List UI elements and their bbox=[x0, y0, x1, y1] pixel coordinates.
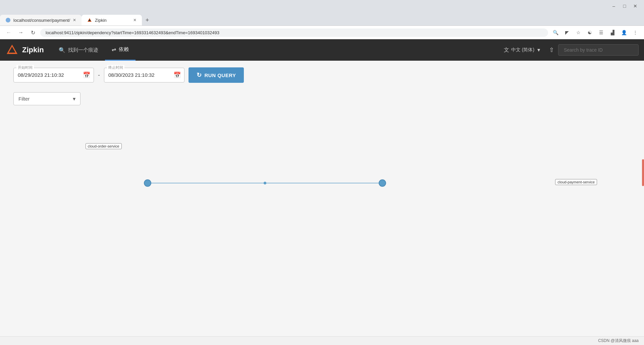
filter-wrapper: Filter ▼ bbox=[13, 92, 80, 105]
tab1-title: localhost/consumer/payment/ bbox=[13, 18, 70, 23]
node2-label: cloud-payment-service bbox=[555, 179, 597, 185]
browser-actions: 🔍 ◤ ☆ ☯ ☰ ▟ 👤 ⋮ bbox=[551, 28, 640, 37]
zoom-icon[interactable]: 🔍 bbox=[551, 28, 560, 37]
address-input[interactable] bbox=[40, 28, 548, 37]
start-time-value: 08/29/2023 21:10:32 bbox=[18, 72, 64, 78]
tab2-favicon bbox=[87, 17, 92, 23]
node1-label-group: cloud-order-service bbox=[86, 143, 122, 149]
tab-2[interactable]: Zipkin ✕ bbox=[82, 15, 142, 25]
bookmark-icon[interactable]: ☆ bbox=[574, 28, 583, 37]
reload-button[interactable]: ↻ bbox=[28, 28, 38, 37]
end-calendar-icon[interactable]: 📅 bbox=[173, 71, 181, 79]
start-calendar-icon[interactable]: 📅 bbox=[83, 71, 90, 79]
nav-find-trace-label: 找到一个痕迹 bbox=[68, 47, 98, 53]
tab2-close[interactable]: ✕ bbox=[133, 18, 137, 22]
nav-dependency[interactable]: ⇌ 依赖 bbox=[105, 39, 136, 61]
depend-nav-icon: ⇌ bbox=[112, 46, 116, 53]
node2-label-group: cloud-payment-service bbox=[555, 179, 597, 185]
tab-1[interactable]: localhost/consumer/payment/ ✕ bbox=[0, 15, 82, 25]
tab-search-icon[interactable]: ☰ bbox=[596, 28, 606, 37]
dependency-graph-svg bbox=[13, 116, 631, 250]
bottom-bar: CSDN @清风微痕 aaa bbox=[0, 336, 644, 345]
extensions-icon[interactable]: ☯ bbox=[585, 28, 594, 37]
window-chrome: – □ ✕ bbox=[0, 0, 644, 12]
app-logo[interactable]: Zipkin bbox=[5, 43, 44, 57]
zipkin-logo-icon bbox=[5, 43, 19, 57]
nav-depend-label: 依赖 bbox=[119, 46, 129, 53]
profile-icon[interactable]: 👤 bbox=[619, 28, 629, 37]
dependency-graph: cloud-order-service cloud-payment-servic… bbox=[13, 116, 631, 250]
tab1-favicon bbox=[5, 17, 11, 23]
tab1-close[interactable]: ✕ bbox=[73, 18, 76, 22]
search-trace-input[interactable] bbox=[558, 44, 639, 56]
nav-find-trace[interactable]: 🔍 找到一个痕迹 bbox=[52, 39, 105, 61]
run-query-button[interactable]: ↻ RUN QUERY bbox=[189, 67, 244, 83]
maximize-button[interactable]: □ bbox=[620, 1, 629, 11]
sidebar-icon[interactable]: ▟ bbox=[608, 28, 617, 37]
menu-icon[interactable]: ⋮ bbox=[631, 28, 640, 37]
start-time-label: 开始时间 bbox=[16, 65, 34, 70]
tab2-title: Zipkin bbox=[95, 18, 107, 23]
filter-row: Filter ▼ bbox=[13, 92, 631, 105]
logo-text: Zipkin bbox=[22, 46, 44, 54]
address-bar: ← → ↻ 🔍 ◤ ☆ ☯ ☰ ▟ 👤 ⋮ bbox=[0, 25, 644, 39]
main-content: 开始时间 08/29/2023 21:10:32 📅 - 终止时间 08/30/… bbox=[0, 61, 644, 345]
bottom-bar-text: CSDN @清风微痕 aaa bbox=[598, 338, 639, 344]
translate-icon: 文 bbox=[504, 47, 509, 54]
svg-point-6 bbox=[144, 180, 151, 186]
forward-button[interactable]: → bbox=[16, 28, 25, 37]
scrollbar-hint bbox=[642, 159, 644, 186]
end-time-label: 终止时间 bbox=[107, 65, 124, 70]
upload-button[interactable]: ⇧ bbox=[545, 46, 558, 54]
search-nav-icon: 🔍 bbox=[59, 47, 65, 53]
upload-icon: ⇧ bbox=[549, 47, 554, 53]
app-navbar: Zipkin 🔍 找到一个痕迹 ⇌ 依赖 文 中文 (简体) ▼ ⇧ bbox=[0, 39, 644, 61]
time-range-row: 开始时间 08/29/2023 21:10:32 📅 - 终止时间 08/30/… bbox=[13, 67, 631, 83]
filter-select[interactable]: Filter bbox=[13, 92, 80, 105]
start-time-field: 开始时间 08/29/2023 21:10:32 📅 bbox=[13, 68, 94, 82]
back-button[interactable]: ← bbox=[4, 28, 13, 37]
lang-chevron-icon: ▼ bbox=[536, 47, 541, 53]
language-selector[interactable]: 文 中文 (简体) ▼ bbox=[500, 47, 545, 54]
run-query-label: RUN QUERY bbox=[205, 72, 236, 78]
tab-bar: localhost/consumer/payment/ ✕ Zipkin ✕ + bbox=[0, 12, 644, 25]
svg-point-8 bbox=[379, 180, 386, 186]
svg-point-0 bbox=[6, 18, 10, 22]
new-tab-button[interactable]: + bbox=[142, 15, 153, 25]
node1-label: cloud-order-service bbox=[86, 143, 122, 149]
svg-point-7 bbox=[264, 182, 266, 184]
minimize-button[interactable]: – bbox=[609, 1, 619, 11]
end-time-field: 终止时间 08/30/2023 21:10:32 📅 bbox=[104, 68, 184, 82]
run-query-refresh-icon: ↻ bbox=[197, 71, 202, 79]
time-range-dash: - bbox=[98, 72, 100, 79]
lang-label: 中文 (简体) bbox=[511, 47, 534, 53]
end-time-value: 08/30/2023 21:10:32 bbox=[108, 72, 155, 78]
close-button[interactable]: ✕ bbox=[631, 1, 640, 11]
cast-icon[interactable]: ◤ bbox=[562, 28, 572, 37]
